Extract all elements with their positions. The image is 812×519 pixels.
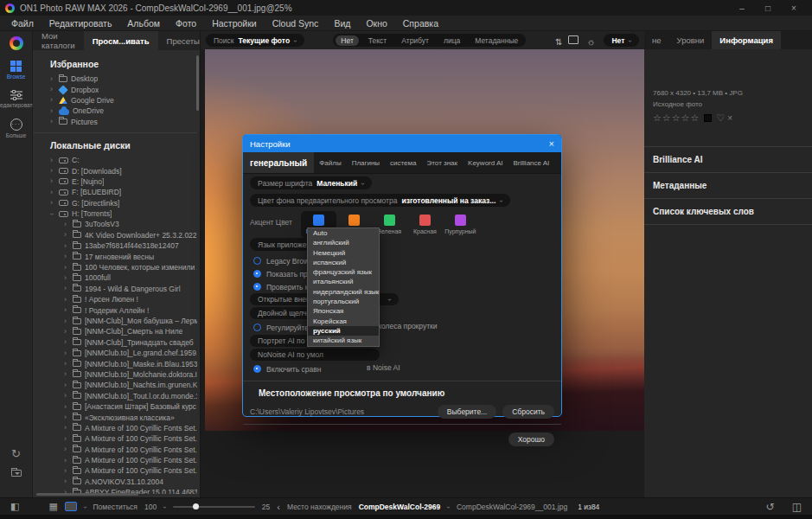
- tree-item[interactable]: [NNM-Club]_Моя бабушка – Лермонтов: [33, 316, 197, 326]
- panel-section[interactable]: Brilliance AI: [644, 146, 812, 172]
- filter-Текст[interactable]: Текст: [363, 35, 392, 46]
- sidebar-tab[interactable]: Просм...ивать: [84, 31, 158, 50]
- language-option[interactable]: китайский язык: [308, 336, 379, 345]
- search-control[interactable]: Поиск Текущие фото: [206, 34, 304, 47]
- font-size-setting[interactable]: Размер шрифта Маленький: [250, 176, 372, 189]
- accent-swatch[interactable]: Пурпурный: [443, 211, 478, 238]
- zoom-value[interactable]: 100: [144, 503, 157, 511]
- menu-item[interactable]: Вид: [326, 18, 358, 29]
- tree-item[interactable]: [NNMClub.to]_Le.grand.chef.1959.DVD9_mar…: [33, 348, 197, 358]
- dialog-tab[interactable]: Brilliance AI: [508, 152, 555, 173]
- tree-item[interactable]: [NNM-Club]_Тринадцать свадеб: [33, 337, 197, 348]
- chevron-right-icon[interactable]: [64, 296, 69, 304]
- tree-item[interactable]: [NNMClub.to]_Molchanie.doktora.Ivenca197…: [33, 369, 197, 380]
- filter-лица[interactable]: лица: [438, 35, 465, 46]
- tree-item[interactable]: 100 Человек, которые изменили ход истори…: [33, 262, 197, 272]
- tree-item[interactable]: Pictures: [33, 117, 197, 127]
- maximize-button[interactable]: □: [755, 3, 781, 13]
- tree-item[interactable]: ! Родерик Аллейн !: [33, 304, 197, 315]
- back-chevron-icon[interactable]: [277, 502, 280, 512]
- chevron-right-icon[interactable]: [64, 328, 69, 336]
- like-heart-icon[interactable]: ♡: [716, 112, 725, 124]
- tree-item[interactable]: D: [Downloads]: [33, 165, 197, 176]
- chevron-right-icon[interactable]: [64, 435, 69, 443]
- on1-logo-icon[interactable]: [10, 36, 23, 50]
- chevron-right-icon[interactable]: [50, 189, 55, 196]
- chevron-right-icon[interactable]: [64, 445, 69, 453]
- fit-label[interactable]: Поместиться: [93, 503, 137, 511]
- menu-item[interactable]: Cloud Sync: [265, 18, 327, 29]
- grid-view-icon[interactable]: [48, 501, 57, 512]
- chevron-right-icon[interactable]: [64, 317, 69, 325]
- dialog-close-icon[interactable]: [549, 138, 554, 149]
- tree-item[interactable]: 4K Video Downloader+ 25.3.2.0227 + Porta…: [33, 230, 197, 240]
- tree-item[interactable]: A Mixture of 100 Cyrillic Fonts Set.2: [33, 433, 197, 444]
- chevron-right-icon[interactable]: [64, 424, 69, 432]
- detail-view-icon[interactable]: [65, 502, 77, 511]
- module-browse[interactable]: Browse: [0, 61, 33, 80]
- radio-checked-icon[interactable]: [253, 283, 261, 291]
- chevron-right-icon[interactable]: [64, 403, 69, 411]
- hide-left-panel-icon[interactable]: [10, 501, 19, 512]
- menu-item[interactable]: Окно: [358, 18, 394, 29]
- language-option[interactable]: итальянский: [308, 277, 379, 286]
- refresh-icon[interactable]: [766, 501, 775, 513]
- color-label-icon[interactable]: [704, 114, 712, 122]
- chevron-right-icon[interactable]: [50, 167, 55, 175]
- tree-item[interactable]: 13abe7f6814f44e318e12407: [33, 240, 197, 251]
- filter-Атрибут[interactable]: Атрибут: [396, 35, 434, 46]
- chevron-down-icon[interactable]: [447, 503, 450, 511]
- setting-toggle[interactable]: Показать превы: [253, 268, 554, 279]
- tree-item[interactable]: ! Арсен Люпен !: [33, 294, 197, 304]
- language-option[interactable]: нидерландский язык: [308, 287, 379, 297]
- radio-checked-icon[interactable]: [253, 270, 261, 278]
- accent-swatch[interactable]: Красная: [407, 211, 443, 238]
- tree-item[interactable]: Google Drive: [33, 95, 197, 106]
- tree-item[interactable]: [Анастасия Штарк] Базовый курс по портре…: [33, 401, 197, 412]
- tree-item[interactable]: A.NOVIKOV.31.10.2004: [33, 477, 197, 487]
- star-rating-icons[interactable]: ☆☆☆☆☆: [653, 112, 700, 124]
- chevron-right-icon[interactable]: [64, 477, 69, 485]
- tree-item[interactable]: OneDrive: [33, 106, 197, 116]
- tree-item[interactable]: [NNM-Club]_Смерть на Ниле: [33, 326, 197, 336]
- module-edit[interactable]: Редактировать: [0, 90, 33, 108]
- chevron-right-icon[interactable]: [64, 381, 69, 389]
- chevron-right-icon[interactable]: [64, 349, 69, 357]
- dialog-tab[interactable]: Плагины: [347, 152, 385, 173]
- preview-bg-setting[interactable]: Цвет фона предварительного просмотра изг…: [250, 194, 510, 207]
- chevron-right-icon[interactable]: [50, 107, 55, 115]
- language-option[interactable]: Auto: [308, 228, 379, 238]
- dialog-tab[interactable]: генеральный: [243, 152, 314, 173]
- chevron-down-icon[interactable]: [50, 210, 55, 218]
- tree-item[interactable]: A Mixture of 100 Cyrillic Fonts Set.1: [33, 423, 197, 433]
- menu-item[interactable]: Редактировать: [42, 18, 120, 29]
- language-option[interactable]: английский: [308, 238, 379, 247]
- tree-item[interactable]: [NNMClub.to]_Tout.l.or.du.monde.1961.DVD…: [33, 391, 197, 401]
- tree-item[interactable]: 17 мгновений весны: [33, 251, 197, 261]
- chevron-right-icon[interactable]: [64, 306, 69, 314]
- chevron-right-icon[interactable]: [50, 199, 55, 207]
- chevron-right-icon[interactable]: [64, 360, 69, 368]
- tree-item[interactable]: 1994 - Wild & Dangerous Girl: [33, 284, 197, 294]
- tree-item[interactable]: A Mixture of 100 Cyrillic Fonts Set.3: [33, 445, 197, 455]
- breadcrumb-folder[interactable]: CompDeskWalCol-2969: [359, 503, 441, 511]
- filter-Нет[interactable]: Нет: [336, 35, 358, 46]
- chevron-right-icon[interactable]: [50, 177, 55, 185]
- setting-toggle[interactable]: Проверить налич: [253, 281, 554, 292]
- setting-toggle[interactable]: Legacy Browse Ta: [253, 255, 554, 266]
- panel-tab[interactable]: Информация: [712, 31, 781, 49]
- filter-Метаданные[interactable]: Метаданные: [470, 35, 523, 46]
- setting-dropdown[interactable]: NoNoise AI по умол: [250, 349, 380, 361]
- sidebar-tab[interactable]: Мои каталоги: [33, 31, 84, 50]
- module-more[interactable]: Больше: [0, 119, 33, 138]
- sync-icon[interactable]: [11, 445, 21, 461]
- setting-toggle[interactable]: Регулируйте размью колеса прокрутки: [253, 322, 554, 333]
- tree-item[interactable]: F: [BLUEBIRD]: [33, 187, 197, 197]
- menu-item[interactable]: Справка: [395, 18, 446, 29]
- menu-item[interactable]: Файл: [3, 18, 42, 29]
- chevron-right-icon[interactable]: [50, 157, 55, 164]
- choose-button[interactable]: Выберите...: [438, 405, 496, 419]
- chevron-right-icon[interactable]: [50, 118, 55, 125]
- ok-button[interactable]: Хорошо: [508, 432, 554, 446]
- compare-view-icon[interactable]: [570, 37, 579, 44]
